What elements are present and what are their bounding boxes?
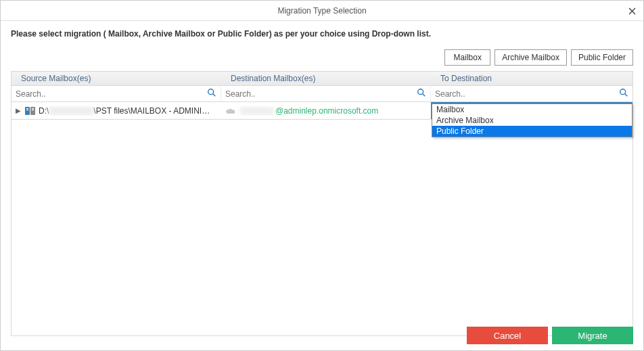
footer: Cancel Migrate bbox=[1, 321, 643, 350]
search-input-source[interactable] bbox=[12, 89, 204, 99]
content-area: Please select migration ( Mailbox, Archi… bbox=[1, 21, 643, 321]
cloud-icon bbox=[225, 107, 236, 115]
dropdown-list: Mailbox Archive Mailbox Public Folder bbox=[432, 103, 632, 137]
column-source-header: Source Mailbox(es) bbox=[12, 72, 221, 85]
search-icon-destination[interactable] bbox=[417, 88, 426, 99]
svg-point-6 bbox=[620, 89, 626, 95]
search-input-destination[interactable] bbox=[221, 89, 414, 99]
filter-archive-button[interactable]: Archive Mailbox bbox=[495, 49, 567, 66]
svg-line-5 bbox=[423, 94, 426, 97]
svg-rect-11 bbox=[26, 110, 28, 110]
svg-rect-8 bbox=[25, 107, 30, 115]
search-cell-source bbox=[12, 86, 221, 101]
svg-rect-13 bbox=[32, 110, 34, 110]
titlebar: Migration Type Selection bbox=[1, 1, 643, 21]
redacted-segment: xxxxxxxxxxx bbox=[49, 106, 93, 116]
search-cell-destination bbox=[221, 86, 431, 101]
columns-header: Source Mailbox(es) Destination Mailbox(e… bbox=[11, 71, 633, 86]
source-cell: ▶ D:\xxxxxxxxxxx\PST files\MAILBOX - ADM… bbox=[12, 106, 221, 116]
svg-rect-10 bbox=[26, 108, 28, 109]
redacted-username: xxxxx bbox=[240, 107, 274, 115]
search-cell-todestination bbox=[431, 86, 632, 101]
pst-file-icon bbox=[25, 106, 36, 116]
destination-cell: xxxxx @adminlep.onmicrosoft.com bbox=[221, 106, 431, 116]
svg-point-2 bbox=[208, 89, 214, 95]
filter-row: Mailbox Archive Mailbox Public Folder bbox=[11, 49, 633, 66]
search-input-todestination[interactable] bbox=[431, 89, 616, 99]
close-icon bbox=[628, 7, 636, 15]
expand-arrow-icon[interactable]: ▶ bbox=[16, 107, 22, 114]
grid-body bbox=[11, 120, 633, 336]
window-title: Migration Type Selection bbox=[277, 6, 366, 16]
column-todestination-header: To Destination bbox=[431, 72, 632, 85]
svg-line-3 bbox=[213, 94, 216, 97]
destination-email-text: @adminlep.onmicrosoft.com bbox=[275, 106, 378, 116]
dropdown-option-mailbox[interactable]: Mailbox bbox=[432, 104, 632, 115]
migrate-button[interactable]: Migrate bbox=[552, 327, 633, 344]
source-path-text: D:\xxxxxxxxxxx\PST files\MAILBOX - ADMIN… bbox=[39, 106, 214, 116]
svg-line-7 bbox=[625, 94, 628, 97]
search-icon-todestination[interactable] bbox=[619, 88, 628, 99]
search-icon-source[interactable] bbox=[207, 88, 216, 99]
svg-point-4 bbox=[418, 89, 423, 95]
filter-public-button[interactable]: Public Folder bbox=[571, 49, 633, 66]
svg-rect-9 bbox=[30, 107, 35, 115]
close-button[interactable] bbox=[626, 5, 638, 17]
instruction-text: Please select migration ( Mailbox, Archi… bbox=[11, 29, 633, 39]
svg-rect-12 bbox=[32, 108, 34, 109]
search-row bbox=[11, 86, 633, 102]
cancel-button[interactable]: Cancel bbox=[467, 327, 548, 344]
dropdown-option-archive[interactable]: Archive Mailbox bbox=[432, 115, 632, 126]
dropdown-option-public[interactable]: Public Folder bbox=[432, 126, 632, 137]
filter-mailbox-button[interactable]: Mailbox bbox=[444, 49, 490, 66]
column-destination-header: Destination Mailbox(es) bbox=[221, 72, 431, 85]
